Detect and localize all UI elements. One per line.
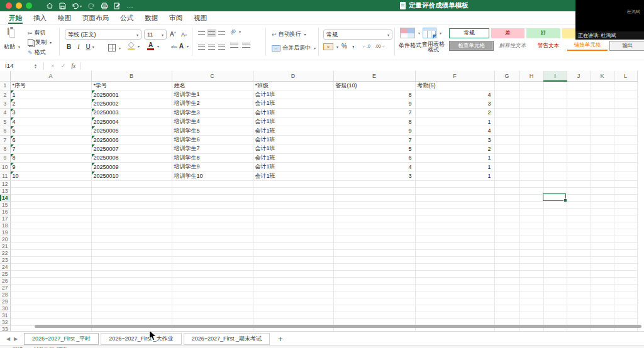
cell-J26[interactable]	[567, 277, 591, 284]
cell-E29[interactable]	[333, 298, 415, 305]
align-right-button[interactable]	[217, 43, 226, 51]
text-effects-button[interactable]: abc A ▾	[171, 43, 189, 49]
align-left-button[interactable]	[197, 43, 206, 51]
cell-K11[interactable]	[591, 171, 614, 180]
cell-D28[interactable]	[253, 291, 333, 298]
underline-button[interactable]: U	[86, 43, 91, 50]
align-center-button[interactable]	[207, 43, 216, 51]
cell-J15[interactable]	[567, 201, 591, 208]
cell-E17[interactable]	[333, 215, 415, 222]
cell-F1[interactable]: 考勤(5)	[415, 81, 494, 90]
cell-E6[interactable]: 9	[333, 126, 415, 135]
cell-B6[interactable]: 20250005	[91, 126, 172, 135]
row-header-19[interactable]: 19	[0, 229, 10, 236]
cell-C25[interactable]	[172, 270, 253, 277]
cell-K18[interactable]	[591, 222, 614, 229]
cell-H26[interactable]	[519, 277, 543, 284]
cell-K20[interactable]	[591, 236, 614, 242]
cell-E30[interactable]	[333, 305, 415, 312]
cell-H30[interactable]	[519, 305, 543, 312]
cell-J29[interactable]	[567, 298, 591, 305]
cell-L15[interactable]	[614, 201, 637, 208]
cell-L17[interactable]	[614, 215, 637, 222]
cell-C23[interactable]	[172, 256, 253, 263]
cell-I26[interactable]	[543, 277, 567, 284]
cell-K16[interactable]	[591, 208, 614, 215]
font-color-button[interactable]: A ▾	[147, 42, 159, 50]
cell-B16[interactable]	[91, 208, 172, 215]
cell-C22[interactable]	[172, 249, 253, 256]
cell-L10[interactable]	[614, 163, 637, 171]
cell-B4[interactable]: 20250003	[91, 108, 172, 117]
cell-I25[interactable]	[543, 270, 567, 277]
row-header-5[interactable]: 5	[0, 117, 10, 126]
cell-A21[interactable]	[10, 242, 91, 249]
cell-L9[interactable]	[614, 153, 637, 162]
cell-E9[interactable]: 6	[333, 153, 415, 162]
cell-F10[interactable]: 1	[415, 163, 494, 171]
cell-G7[interactable]	[494, 135, 519, 144]
cell-L14[interactable]	[614, 194, 637, 201]
cell-A8[interactable]: 7	[10, 144, 91, 153]
cell-I16[interactable]	[543, 208, 567, 215]
cell-J27[interactable]	[567, 284, 591, 291]
cell-H28[interactable]	[519, 291, 543, 298]
cell-K1[interactable]	[591, 81, 614, 90]
zoom-window-button[interactable]	[26, 3, 32, 9]
cell-B18[interactable]	[91, 222, 172, 229]
cell-H2[interactable]	[519, 90, 543, 99]
cell-B19[interactable]	[91, 229, 172, 236]
print-icon[interactable]	[101, 3, 108, 9]
cell-E27[interactable]	[333, 284, 415, 291]
cell-A5[interactable]: 4	[10, 117, 91, 126]
cell-H21[interactable]	[519, 242, 543, 249]
cell-C28[interactable]	[172, 291, 253, 298]
cell-B10[interactable]: 20250009	[91, 163, 172, 171]
cell-L8[interactable]	[614, 144, 637, 153]
row-header-10[interactable]: 10	[0, 163, 10, 171]
cell-I2[interactable]	[543, 90, 567, 99]
cell-E2[interactable]: 8	[333, 90, 415, 99]
format-as-table-button[interactable]: ▾	[423, 28, 441, 38]
cell-J10[interactable]	[567, 163, 591, 171]
cell-B2[interactable]: 20250001	[91, 90, 172, 99]
cell-A12[interactable]	[10, 180, 91, 187]
cell-J13[interactable]	[567, 187, 591, 194]
cell-F11[interactable]: 1	[415, 171, 494, 180]
cell-C11[interactable]: 培训学生10	[172, 171, 253, 180]
cell-A24[interactable]	[10, 263, 91, 270]
cell-H18[interactable]	[519, 222, 543, 229]
paste-button[interactable]	[8, 28, 9, 35]
cell-B23[interactable]	[91, 256, 172, 263]
cell-E3[interactable]: 9	[333, 99, 415, 108]
home-icon[interactable]	[46, 2, 53, 9]
cell-A20[interactable]	[10, 236, 91, 242]
cell-K10[interactable]	[591, 163, 614, 171]
cell-J11[interactable]	[567, 171, 591, 180]
cell-F21[interactable]	[415, 242, 494, 249]
cell-D22[interactable]	[253, 249, 333, 256]
cell-E22[interactable]	[333, 249, 415, 256]
cell-K21[interactable]	[591, 242, 614, 249]
cell-J12[interactable]	[567, 180, 591, 187]
cell-G28[interactable]	[494, 291, 519, 298]
cell-L26[interactable]	[614, 277, 637, 284]
column-header-G[interactable]: G	[494, 71, 519, 81]
percent-button[interactable]: %	[341, 43, 347, 50]
align-top-button[interactable]	[197, 29, 206, 37]
cell-F3[interactable]: 3	[415, 99, 494, 108]
cell-F5[interactable]: 1	[415, 117, 494, 126]
cell-A17[interactable]	[10, 215, 91, 222]
cell-H16[interactable]	[519, 208, 543, 215]
cell-I3[interactable]	[543, 99, 567, 108]
cell-F31[interactable]	[415, 312, 494, 318]
format-painter-button[interactable]: ✎ 格式	[28, 48, 46, 57]
cell-F24[interactable]	[415, 263, 494, 270]
cell-K27[interactable]	[591, 284, 614, 291]
cell-F25[interactable]	[415, 270, 494, 277]
cell-D14[interactable]	[253, 194, 333, 201]
cell-E5[interactable]: 8	[333, 117, 415, 126]
cell-H22[interactable]	[519, 249, 543, 256]
font-family-select[interactable]: 等线 (正文) ▾	[65, 30, 142, 40]
cell-K26[interactable]	[591, 277, 614, 284]
